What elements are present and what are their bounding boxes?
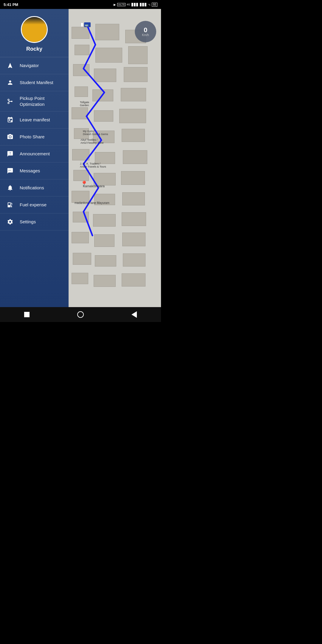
photo-share-label: Photo Share xyxy=(20,134,44,140)
fuel-expense-label: Fuel expense xyxy=(20,202,47,208)
4g-icon: 4G xyxy=(127,3,130,6)
student-icon xyxy=(6,78,14,87)
speed-indicator: 0 Km/h xyxy=(135,21,156,42)
svg-point-4 xyxy=(8,99,9,100)
sidebar-item-announcement[interactable]: Announcement xyxy=(0,145,69,162)
signal2-icon: ▊▊▊ xyxy=(140,3,147,6)
nav-home-button[interactable] xyxy=(75,309,86,321)
avatar-image xyxy=(22,17,47,42)
student-manifest-label: Student Manifest xyxy=(20,80,53,86)
sidebar-item-leave-manifest[interactable]: Leave manifest xyxy=(0,112,69,129)
messages-icon xyxy=(6,167,14,175)
leave-manifest-label: Leave manifest xyxy=(20,117,50,123)
settings-label: Settings xyxy=(20,219,36,225)
sidebar-item-photo-share[interactable]: Photo Share xyxy=(0,129,69,145)
signal1-icon: ▊▊▊ xyxy=(131,3,139,6)
sidebar-item-settings[interactable]: Settings xyxy=(0,213,69,230)
svg-point-5 xyxy=(8,102,9,104)
profile-name: Rocky xyxy=(26,46,42,52)
home-icon xyxy=(77,311,84,318)
nav-icon: ▶ xyxy=(114,3,116,6)
nav-back-button[interactable] xyxy=(128,309,140,321)
status-bar: 5:41 PM ▶ VoLTE 4G ▊▊▊ ▊▊▊ ∿ 66 xyxy=(0,0,161,9)
status-time: 5:41 PM xyxy=(4,2,18,7)
speed-value: 0 xyxy=(144,27,147,33)
nav-stop-button[interactable] xyxy=(21,309,33,321)
avatar xyxy=(21,16,48,43)
pickup-point-label: Pickup Point Optimization xyxy=(20,95,63,107)
fuel-icon xyxy=(6,201,14,209)
speed-unit: Km/h xyxy=(142,33,149,37)
sidebar-item-fuel-expense[interactable]: Fuel expense xyxy=(0,196,69,213)
sidebar-item-pickup-point[interactable]: Pickup Point Optimization xyxy=(0,91,69,112)
menu-list: Navigator Student Manifest Pickup Point … xyxy=(0,57,69,307)
svg-text:🚌: 🚌 xyxy=(85,23,89,27)
sidebar-item-messages[interactable]: Messages xyxy=(0,162,69,179)
battery-icon: 66 xyxy=(152,3,157,7)
bell-icon xyxy=(6,184,14,192)
svg-rect-1 xyxy=(81,23,83,27)
navigator-icon xyxy=(6,61,14,70)
status-icons: ▶ VoLTE 4G ▊▊▊ ▊▊▊ ∿ 66 xyxy=(114,3,157,7)
back-icon xyxy=(131,311,137,318)
sidebar-item-notifications[interactable]: Notifications xyxy=(0,179,69,196)
sidebar-item-navigator[interactable]: Navigator xyxy=(0,57,69,74)
bottom-nav xyxy=(0,307,161,322)
messages-label: Messages xyxy=(20,168,40,174)
calendar-icon xyxy=(6,116,14,124)
announcement-icon xyxy=(6,150,14,158)
sidebar-item-student-manifest[interactable]: Student Manifest xyxy=(0,74,69,91)
settings-icon xyxy=(6,218,14,226)
profile-section: Rocky xyxy=(0,9,69,57)
announcement-label: Announcement xyxy=(20,151,50,157)
stop-icon xyxy=(24,312,30,317)
camera-icon xyxy=(6,133,14,141)
svg-rect-3 xyxy=(10,81,11,81)
location-pin: 📍 xyxy=(80,180,88,188)
svg-point-7 xyxy=(11,120,13,122)
wifi-icon: ∿ xyxy=(148,3,151,6)
navigator-label: Navigator xyxy=(20,63,39,69)
pickup-icon xyxy=(6,97,14,106)
sidebar: Rocky Navigator Student Manifest xyxy=(0,9,69,307)
notifications-label: Notifications xyxy=(20,185,44,191)
volte-icon: VoLTE xyxy=(117,3,125,6)
